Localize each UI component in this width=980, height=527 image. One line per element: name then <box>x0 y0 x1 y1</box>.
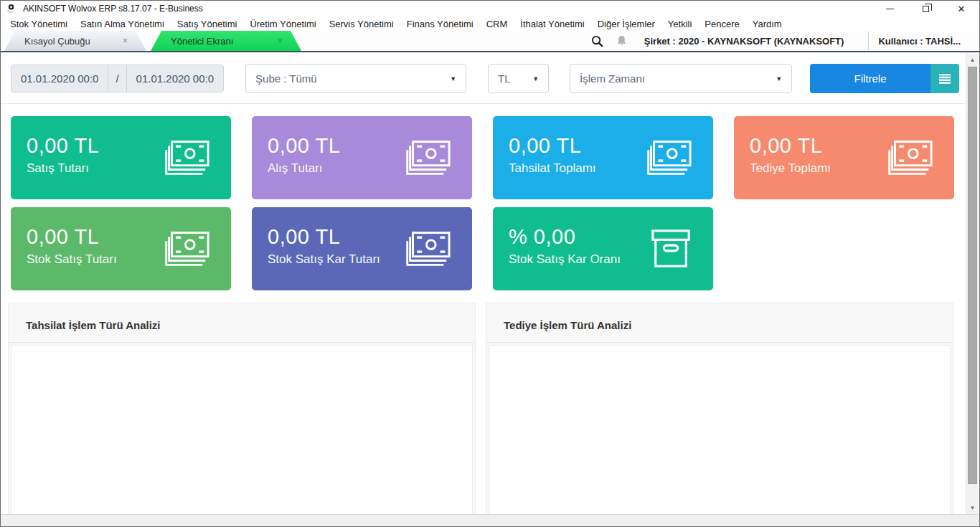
filter-button-group: Filtrele <box>810 64 959 93</box>
menu-diger-islemler[interactable]: Diğer İşlemler <box>591 19 661 29</box>
restore-icon <box>923 6 929 12</box>
branch-select-value: Şube : Tümü <box>255 72 317 85</box>
period-select[interactable]: İşlem Zamanı ▼ <box>570 64 792 93</box>
window-controls: ✕ <box>883 3 979 14</box>
menu-yetkili[interactable]: Yetkili <box>661 19 698 29</box>
dashboard-content: 01.01.2020 00:0 / 01.01.2020 00:0 Şube :… <box>1 54 965 514</box>
chevron-down-icon: ▼ <box>450 75 456 82</box>
scrollbar-thumb[interactable] <box>968 67 977 484</box>
card-tahsilat-toplami: 0,00 TL Tahsilat Toplamı <box>493 116 713 199</box>
list-icon <box>938 73 951 85</box>
window-title: AKINSOFT Wolvox ERP s8.17.07 - E-Busines… <box>23 4 203 14</box>
chevron-down-icon: ▼ <box>532 75 539 82</box>
panel-chart-area <box>11 345 473 514</box>
card-tediye-toplami: 0,00 TL Tediye Toplamı <box>734 116 954 199</box>
menu-satin-alma-yonetimi[interactable]: Satın Alma Yönetimi <box>74 19 171 29</box>
status-bar <box>1 514 979 526</box>
banknote-icon <box>400 229 452 268</box>
period-select-value: İşlem Zamanı <box>580 72 645 85</box>
kpi-cards: 0,00 TL Satış Tutarı 0,00 TL Alış Tutarı <box>11 116 954 290</box>
date-range-separator: / <box>108 65 126 92</box>
menu-bar: Stok Yönetimi Satın Alma Yönetimi Satış … <box>1 16 979 31</box>
menu-crm[interactable]: CRM <box>480 19 514 29</box>
card-stok-satis-kar-tutari: 0,00 TL Stok Satış Kar Tutarı <box>252 207 472 290</box>
currency-select-value: TL <box>498 72 511 85</box>
box-icon <box>649 228 693 270</box>
banknote-icon <box>159 229 211 268</box>
menu-satis-yonetimi[interactable]: Satış Yönetimi <box>171 19 244 29</box>
menu-pencere[interactable]: Pencere <box>698 19 745 29</box>
company-info: Şirket : 2020 - KAYNAKSOFT (KAYNAKSOFT) <box>634 36 869 47</box>
close-icon: ✕ <box>958 4 966 14</box>
list-view-button[interactable] <box>930 64 959 93</box>
menu-uretim-yonetimi[interactable]: Üretim Yönetimi <box>243 19 322 29</box>
card-alis-tutari: 0,00 TL Alış Tutarı <box>252 116 472 199</box>
restore-button[interactable] <box>919 3 932 14</box>
branch-select[interactable]: Şube : Tümü ▼ <box>245 64 466 93</box>
menu-finans-yonetimi[interactable]: Finans Yönetimi <box>400 19 480 29</box>
empty-grid-cell <box>734 207 954 290</box>
title-bar: AKINSOFT Wolvox ERP s8.17.07 - E-Busines… <box>1 1 979 16</box>
tab-label: Kısayol Çubuğu <box>24 36 90 47</box>
tab-kisayol-cubugu[interactable]: Kısayol Çubuğu × <box>4 31 146 51</box>
search-button[interactable] <box>585 32 610 50</box>
notifications-button[interactable] <box>610 32 634 50</box>
minimize-button[interactable] <box>883 3 896 14</box>
app-logo-icon <box>6 4 17 14</box>
tab-close-icon[interactable]: × <box>123 37 128 45</box>
banknote-icon <box>641 138 693 177</box>
chevron-down-icon: ▼ <box>776 75 782 82</box>
panel-tediye-analizi: Tediye İşlem Türü Analizi <box>486 303 953 514</box>
scroll-up-button[interactable]: ▲ <box>966 54 979 65</box>
menu-stok-yonetimi[interactable]: Stok Yönetimi <box>4 19 74 29</box>
search-icon <box>591 35 603 47</box>
user-info: Kullanıcı : TAHSİ... <box>868 32 979 50</box>
divider <box>1 103 965 104</box>
panel-chart-area <box>489 345 951 514</box>
card-stok-satis-kar-orani: % 0,00 Stok Satış Kar Oranı <box>493 207 713 290</box>
banknote-icon <box>882 138 934 177</box>
menu-yardim[interactable]: Yardım <box>746 19 788 29</box>
menu-ithalat-yonetimi[interactable]: İthalat Yönetimi <box>514 19 590 29</box>
filter-bar: 01.01.2020 00:0 / 01.01.2020 00:0 Şube :… <box>11 64 959 93</box>
card-stok-satis-tutari: 0,00 TL Stok Satış Tutarı <box>11 207 231 290</box>
menu-servis-yonetimi[interactable]: Servis Yönetimi <box>323 19 400 29</box>
tab-bar-right: Şirket : 2020 - KAYNAKSOFT (KAYNAKSOFT) … <box>585 31 979 51</box>
scroll-down-button[interactable]: ▼ <box>966 503 979 513</box>
filter-button[interactable]: Filtrele <box>810 64 930 93</box>
tab-bar: Kısayol Çubuğu × Yönetici Ekranı × Şirke… <box>1 31 979 52</box>
date-to-input[interactable]: 01.01.2020 00:0 <box>127 65 223 92</box>
panel-title: Tahsilat İşlem Türü Analizi <box>9 303 475 343</box>
panel-tahsilat-analizi: Tahsilat İşlem Türü Analizi <box>8 303 476 514</box>
vertical-scrollbar[interactable]: ▲ ▼ <box>966 54 979 514</box>
analysis-panels: Tahsilat İşlem Türü Analizi Tediye İşlem… <box>8 303 953 514</box>
bell-icon <box>616 35 627 47</box>
currency-select[interactable]: TL ▼ <box>488 64 549 93</box>
minimize-icon <box>886 9 894 9</box>
panel-title: Tediye İşlem Türü Analizi <box>486 303 953 343</box>
banknote-icon <box>159 138 211 177</box>
tab-yonetici-ekrani[interactable]: Yönetici Ekranı × <box>151 31 301 51</box>
card-satis-tutari: 0,00 TL Satış Tutarı <box>11 116 231 199</box>
tab-close-icon[interactable]: × <box>278 37 283 45</box>
close-button[interactable]: ✕ <box>955 3 968 14</box>
date-from-input[interactable]: 01.01.2020 00:0 <box>11 65 108 92</box>
date-range-group: 01.01.2020 00:0 / 01.01.2020 00:0 <box>11 65 224 92</box>
tab-label: Yönetici Ekranı <box>171 36 233 47</box>
erp-window: { "window": { "title": "AKINSOFT Wolvox … <box>0 0 980 527</box>
banknote-icon <box>400 138 452 177</box>
